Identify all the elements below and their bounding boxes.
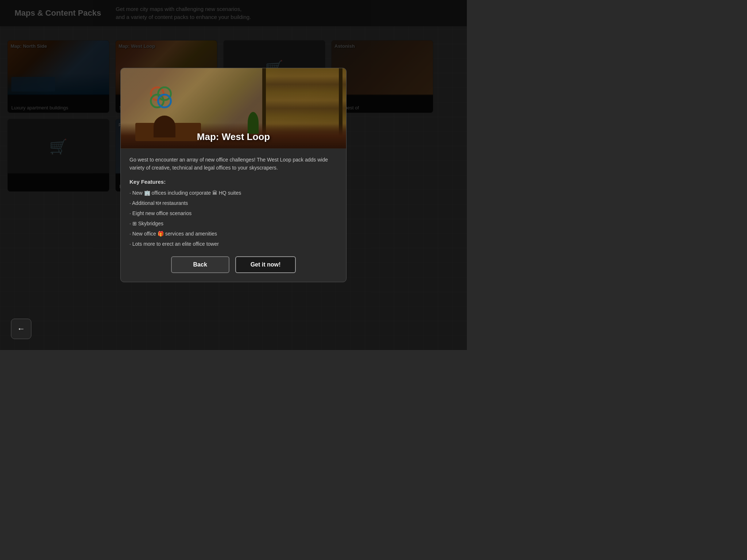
back-arrow-button[interactable]: ← — [11, 319, 31, 339]
modal-features-list: New 🏢 offices including corporate 🏛 HQ s… — [129, 188, 337, 249]
get-it-now-button[interactable]: Get it now! — [235, 256, 296, 273]
modal-west-loop: Map: West Loop Go west to encounter an a… — [120, 68, 347, 282]
back-button[interactable]: Back — [171, 256, 229, 273]
feature-4: ⊞ Skybridges — [129, 218, 337, 229]
modal-image: Map: West Loop — [121, 68, 346, 148]
back-arrow-icon: ← — [17, 324, 25, 334]
modal-features-title: Key Features: — [129, 179, 337, 185]
feature-1: New 🏢 offices including corporate 🏛 HQ s… — [129, 188, 337, 198]
modal-description: Go west to encounter an array of new off… — [129, 156, 337, 172]
modal-body: Go west to encounter an array of new off… — [121, 148, 346, 282]
feature-6: Lots more to erect an elite office tower — [129, 239, 337, 249]
modal-title: Map: West Loop — [121, 131, 346, 143]
modal-buttons: Back Get it now! — [129, 256, 337, 273]
feature-2: Additional 🍽 restaurants — [129, 198, 337, 208]
feature-5: New office 🎁 services and amenities — [129, 229, 337, 239]
feature-3: Eight new office scenarios — [129, 208, 337, 218]
